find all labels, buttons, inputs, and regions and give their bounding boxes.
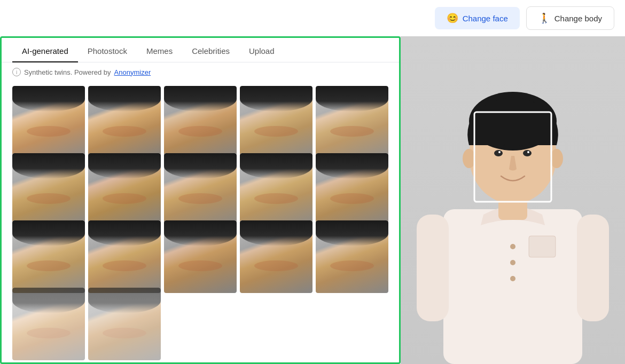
info-text: Synthetic twins. Powered by (24, 68, 111, 76)
svg-rect-4 (529, 236, 556, 257)
body-icon: 🚶 (538, 12, 550, 24)
person-container (401, 36, 625, 364)
list-item[interactable] (164, 153, 237, 226)
svg-rect-0 (443, 209, 582, 364)
svg-point-12 (463, 149, 475, 168)
list-item[interactable] (88, 220, 161, 293)
tab-ai-generated[interactable]: AI-generated (12, 38, 78, 62)
anonymizer-link[interactable]: Anonymizer (114, 68, 151, 76)
svg-point-2 (510, 260, 515, 265)
toolbar: 😊 Change face 🚶 Change body (0, 0, 625, 36)
change-body-label: Change body (554, 14, 602, 23)
svg-point-1 (510, 244, 515, 249)
tab-bar: AI-generated Photostock Memes Celebritie… (2, 38, 399, 62)
list-item[interactable] (12, 220, 85, 293)
change-body-button[interactable]: 🚶 Change body (526, 6, 614, 30)
list-item[interactable] (164, 86, 237, 159)
list-item[interactable] (88, 86, 161, 159)
person-illustration (401, 36, 625, 364)
tab-photostock[interactable]: Photostock (78, 38, 137, 62)
tab-memes[interactable]: Memes (137, 38, 182, 62)
info-bar: i Synthetic twins. Powered by Anonymizer (2, 62, 399, 82)
list-item[interactable] (240, 220, 312, 293)
tab-celebrities[interactable]: Celebrities (182, 38, 239, 62)
list-item[interactable] (316, 220, 388, 293)
svg-point-8 (494, 150, 503, 156)
list-item[interactable] (240, 86, 312, 159)
tab-upload[interactable]: Upload (239, 38, 284, 62)
list-item[interactable] (316, 86, 388, 159)
svg-point-10 (498, 151, 501, 153)
face-icon: 😊 (447, 12, 458, 24)
info-icon: i (12, 68, 21, 76)
svg-rect-14 (417, 215, 449, 321)
change-face-label: Change face (463, 14, 508, 23)
list-item[interactable] (88, 153, 161, 226)
list-item[interactable] (12, 86, 85, 159)
list-item[interactable] (316, 153, 388, 226)
list-item[interactable] (12, 153, 85, 226)
list-item[interactable] (88, 288, 161, 360)
face-selection-panel: AI-generated Photostock Memes Celebritie… (0, 36, 401, 364)
list-item[interactable] (12, 288, 85, 360)
photo-preview-panel (401, 36, 625, 364)
list-item[interactable] (164, 220, 237, 293)
svg-point-11 (527, 151, 529, 153)
list-item[interactable] (240, 153, 312, 226)
change-face-button[interactable]: 😊 Change face (435, 7, 520, 29)
svg-rect-15 (577, 215, 609, 321)
svg-point-13 (550, 149, 563, 168)
svg-point-9 (523, 150, 532, 156)
svg-point-3 (510, 276, 515, 281)
face-grid (2, 82, 399, 362)
main-content: AI-generated Photostock Memes Celebritie… (0, 36, 625, 364)
